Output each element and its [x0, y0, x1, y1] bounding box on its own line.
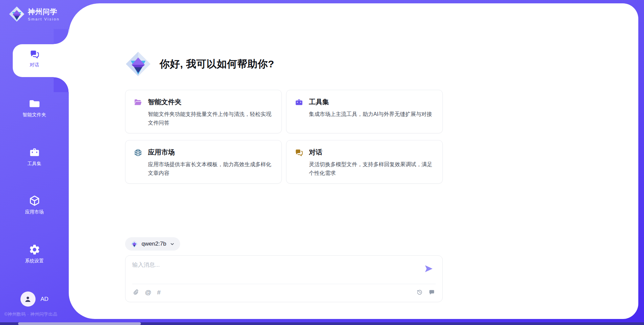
card-description: 应用市场提供丰富长文本模板，助力高效生成多样化文章内容	[148, 160, 273, 177]
hash-icon[interactable]: #	[157, 289, 161, 296]
send-icon[interactable]	[424, 264, 434, 274]
app-name: 神州问学	[28, 7, 60, 16]
gear-icon	[29, 244, 41, 256]
assistant-logo-icon	[125, 51, 151, 77]
feature-cards: 智能文件夹 智能文件夹功能支持批量文件上传与清洗，轻松实现文件问答 工具集 集成…	[125, 90, 443, 184]
sidebar: 神州问学 Smart Vision 对话 智能文件夹 工具集 应用市场	[0, 0, 69, 325]
avatar	[20, 291, 36, 307]
user-name: AD	[41, 296, 49, 303]
copyright-text: ©神州数码 · 神州问学出品	[4, 311, 57, 317]
composer-divider	[132, 284, 436, 284]
app-tagline: Smart Vision	[28, 17, 60, 21]
sidebar-item-toolset[interactable]: 工具集	[0, 146, 69, 167]
horizontal-scrollbar[interactable]	[0, 322, 644, 325]
model-selector[interactable]: qwen2:7b	[125, 237, 180, 251]
card-chat[interactable]: 对话 灵活切换多模型文件，支持多样回复效果调试，满足个性化需求	[286, 140, 443, 184]
model-logo-icon	[130, 240, 138, 248]
card-description: 智能文件夹功能支持批量文件上传与清洗，轻松实现文件问答	[148, 110, 273, 127]
sidebar-item-label: 智能文件夹	[23, 112, 46, 118]
card-smart-folder[interactable]: 智能文件夹 智能文件夹功能支持批量文件上传与清洗，轻松实现文件问答	[125, 90, 282, 133]
app-brand: 神州问学 Smart Vision	[9, 6, 60, 22]
cube-grid-icon	[133, 148, 143, 157]
history-icon[interactable]	[416, 289, 423, 296]
message-input[interactable]	[132, 261, 419, 281]
toolbox-icon	[294, 98, 304, 107]
card-title: 智能文件夹	[148, 97, 273, 107]
card-toolset[interactable]: 工具集 集成市场上主流工具，助力AI与外界无缝扩展与对接	[286, 90, 443, 133]
sidebar-item-label: 对话	[30, 62, 39, 68]
app-logo-icon	[9, 6, 25, 22]
chat-icon	[29, 49, 40, 60]
sidebar-item-app-market[interactable]: 应用市场	[0, 195, 69, 215]
mention-icon[interactable]: @	[145, 289, 151, 296]
sidebar-item-settings[interactable]: 系统设置	[0, 244, 69, 264]
sidebar-item-label: 系统设置	[25, 258, 44, 264]
user-profile[interactable]: AD	[0, 291, 69, 307]
greeting: 你好, 我可以如何帮助你?	[125, 51, 274, 77]
cube-icon	[29, 195, 41, 207]
sidebar-item-label: 应用市场	[25, 209, 44, 215]
composer-tools-left: @ #	[132, 289, 161, 296]
sidebar-item-label: 工具集	[28, 161, 42, 167]
sidebar-item-chat[interactable]: 对话	[0, 49, 69, 68]
folder-icon	[29, 97, 41, 110]
composer-tools-right	[416, 289, 436, 296]
greeting-text: 你好, 我可以如何帮助你?	[160, 57, 274, 71]
attachment-icon[interactable]	[132, 289, 139, 296]
card-description: 集成市场上主流工具，助力AI与外界无缝扩展与对接	[309, 110, 432, 119]
model-name: qwen2:7b	[142, 241, 166, 247]
open-folder-icon	[133, 98, 143, 107]
person-icon	[23, 295, 32, 304]
sidebar-item-smart-folder[interactable]: 智能文件夹	[0, 97, 69, 118]
chevron-down-icon	[170, 242, 175, 247]
chat-icon	[294, 148, 304, 157]
toolbox-icon	[29, 146, 41, 158]
card-app-market[interactable]: 应用市场 应用市场提供丰富长文本模板，助力高效生成多样化文章内容	[125, 140, 282, 184]
scrollbar-thumb[interactable]	[18, 322, 141, 325]
card-title: 应用市场	[148, 148, 273, 157]
card-description: 灵活切换多模型文件，支持多样回复效果调试，满足个性化需求	[309, 160, 434, 177]
content-area: 你好, 我可以如何帮助你? 智能文件夹 智能文件夹功能支持批量文件上传与清洗，轻…	[125, 0, 443, 325]
message-composer: @ #	[125, 255, 443, 302]
card-title: 工具集	[309, 97, 432, 107]
card-title: 对话	[309, 148, 434, 157]
comment-icon[interactable]	[429, 289, 436, 296]
